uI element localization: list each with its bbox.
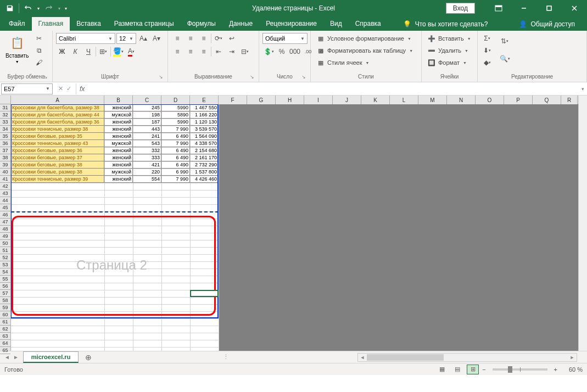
row-header[interactable]: 44 [0,197,10,204]
accounting-format-icon[interactable]: 💲▾ [262,46,275,57]
cell[interactable]: 6 490 [161,133,190,140]
delete-cells-button[interactable]: ➖Удалить▼ [425,45,471,56]
cell[interactable]: 6 490 [161,147,190,154]
cell[interactable]: 245 [133,104,161,111]
tab-split-icon[interactable]: ⋮ [221,354,231,361]
cell[interactable]: 6 490 [161,161,190,169]
scroll-right-icon[interactable]: ► [568,355,577,360]
row-header[interactable]: 59 [0,304,10,311]
borders-icon[interactable]: ⊞▾ [97,46,109,57]
column-header[interactable]: J [333,96,361,104]
cell[interactable]: Кроссовки для баскетбола, размер 44 [11,111,104,119]
row-header[interactable]: 38 [0,154,10,161]
row-header[interactable]: 45 [0,204,10,211]
tell-me-search[interactable]: 💡 Что вы хотите сделать? [399,18,493,31]
zoom-in-icon[interactable]: + [554,366,557,373]
cell[interactable]: женский [104,104,133,111]
orientation-icon[interactable]: ⟳▾ [213,33,225,44]
column-header[interactable]: C [133,96,161,104]
normal-view-icon[interactable]: ▦ [436,365,448,374]
row-header[interactable]: 61 [0,318,10,326]
save-icon[interactable] [3,2,16,15]
column-header[interactable]: R [561,96,578,104]
worksheet-grid[interactable]: ABCDEFGHIJKLMNOPQR 313233343536373839404… [0,96,587,351]
cell[interactable]: 7 990 [161,176,190,183]
row-header[interactable]: 57 [0,290,10,297]
row-header[interactable]: 51 [0,247,10,254]
login-button[interactable]: Вход [446,3,475,14]
row-header[interactable]: 31 [0,104,10,111]
find-select-icon[interactable]: 🔍▾ [499,51,511,67]
font-name-combo[interactable]: Calibri▼ [56,33,115,44]
insert-cells-button[interactable]: ➕Вставить▼ [425,33,473,44]
row-header[interactable]: 32 [0,111,10,119]
cell[interactable]: 1 467 550 [190,104,219,111]
cell[interactable]: 554 [133,176,161,183]
cell[interactable]: Кроссовки беговые, размер 37 [11,154,104,161]
cell[interactable]: 7 990 [161,140,190,147]
format-cells-button[interactable]: 🔲Формат▼ [425,57,469,68]
sheet-nav-first-icon[interactable]: ◄ [3,353,11,361]
row-header[interactable]: 64 [0,340,10,347]
align-left-icon[interactable]: ≡ [171,46,183,57]
cell[interactable]: Кроссовки для баскетбола, размер 38 [11,104,104,111]
cell[interactable]: 6 990 [161,169,190,176]
tab-view[interactable]: Вид [323,17,349,31]
cell[interactable]: 187 [133,119,161,126]
cell[interactable]: 5890 [161,111,190,119]
column-header[interactable]: D [161,96,190,104]
align-center-icon[interactable]: ≡ [185,46,197,57]
cell[interactable]: 1 120 130 [190,119,219,126]
enter-formula-icon[interactable]: ✓ [66,85,71,92]
dialog-launcher-icon[interactable]: ↘ [43,74,48,80]
horizontal-scrollbar[interactable]: ◄ ► [357,353,577,362]
tab-page-layout[interactable]: Разметка страницы [108,17,181,31]
column-header[interactable]: A [11,96,104,104]
row-header[interactable]: 58 [0,297,10,304]
cell[interactable]: Кроссовки беговые, размер 36 [11,147,104,154]
cell[interactable]: Кроссовки беговые, размер 38 [11,161,104,169]
row-header[interactable]: 53 [0,261,10,268]
sheet-tab[interactable]: microexcel.ru [23,351,79,363]
column-header[interactable]: I [304,96,333,104]
zoom-level[interactable]: 60 % [561,366,583,373]
row-header[interactable]: 34 [0,126,10,133]
zoom-slider[interactable] [493,368,547,371]
cell[interactable]: женский [104,154,133,161]
undo-dropdown-icon[interactable]: ▾ [36,2,41,15]
row-header[interactable]: 65 [0,347,10,354]
cell[interactable]: 332 [133,147,161,154]
maximize-icon[interactable] [536,0,562,16]
increase-indent-icon[interactable]: ⇥ [226,46,238,57]
cell[interactable]: 2 161 170 [190,154,219,161]
paste-button[interactable]: 📋 Вставить ▼ [3,33,31,65]
row-header[interactable]: 42 [0,183,10,190]
cell[interactable]: 443 [133,126,161,133]
expand-formula-bar-icon[interactable]: ▾ [578,86,587,92]
row-header[interactable]: 40 [0,169,10,176]
row-header[interactable]: 37 [0,147,10,154]
name-box[interactable]: E57▼ [1,83,53,94]
row-header[interactable]: 43 [0,190,10,197]
tab-file[interactable]: Файл [2,17,32,31]
cell[interactable]: Кроссовки теннисные, размер 43 [11,140,104,147]
cell[interactable]: женский [104,161,133,169]
cell[interactable]: мужской [104,111,133,119]
cell[interactable]: 6 490 [161,154,190,161]
underline-button[interactable]: Ч [82,46,94,57]
row-header[interactable]: 52 [0,254,10,261]
cell[interactable]: 1 537 800 [190,169,219,176]
scroll-left-icon[interactable]: ◄ [358,355,367,360]
row-header[interactable]: 36 [0,140,10,147]
row-header[interactable]: 46 [0,211,10,219]
redo-icon[interactable] [42,2,55,15]
column-header[interactable]: F [219,96,247,104]
row-header[interactable]: 39 [0,161,10,169]
column-header[interactable]: E [190,96,219,104]
close-icon[interactable] [562,0,587,16]
tab-insert[interactable]: Вставка [70,17,108,31]
dialog-launcher-icon[interactable]: ↘ [301,74,306,80]
bold-button[interactable]: Ж [56,46,68,57]
cut-icon[interactable]: ✂ [33,33,45,44]
cell[interactable]: 2 732 290 [190,161,219,169]
